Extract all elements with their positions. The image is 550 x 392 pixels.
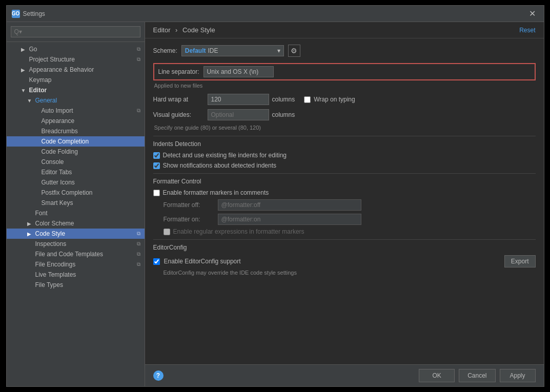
sidebar-item-gutter-icons[interactable]: Gutter Icons: [7, 177, 145, 188]
scheme-dropdown[interactable]: Default IDE ▾: [181, 45, 284, 56]
sidebar-item-label: Editor Tabs: [42, 169, 72, 176]
arrow-icon: ▶: [27, 221, 33, 226]
enable-formatter-label: Enable formatter markers in comments: [163, 189, 269, 196]
visual-guides-units: columns: [272, 111, 295, 118]
regex-row: Enable regular expressions in formatter …: [153, 228, 536, 235]
sidebar-item-appearance[interactable]: Appearance: [7, 116, 145, 126]
line-separator-label: Line separator:: [158, 68, 199, 75]
cancel-button[interactable]: Cancel: [459, 369, 495, 382]
show-notif-label: Show notifications about detected indent…: [163, 162, 276, 169]
editorconfig-enable-checkbox[interactable]: [153, 258, 160, 265]
indents-detection-title: Indents Detection: [153, 140, 536, 148]
sidebar-item-label: Keymap: [29, 76, 52, 84]
settings-dialog: GO Settings ✕ ▶ Go ⧉ Project Structure ⧉: [6, 5, 544, 387]
editorconfig-enable-label: Enable EditorConfig support: [164, 258, 241, 265]
sidebar-item-editor-tabs[interactable]: Editor Tabs: [7, 167, 145, 177]
applied-note: Applied to new files: [153, 82, 536, 89]
export-button[interactable]: Export: [504, 255, 536, 267]
ok-button[interactable]: OK: [419, 369, 455, 382]
sidebar-item-keymap[interactable]: Keymap: [7, 75, 145, 85]
copy-icon: ⧉: [137, 56, 140, 63]
sidebar-item-inspections[interactable]: Inspections ⧉: [7, 239, 145, 249]
divider-1: [153, 136, 536, 136]
app-icon: GO: [12, 10, 20, 18]
sidebar-item-label: Live Templates: [35, 271, 76, 278]
hard-wrap-units: columns: [272, 96, 295, 103]
formatter-on-input[interactable]: [218, 214, 361, 225]
sidebar-item-breadcrumbs[interactable]: Breadcrumbs: [7, 126, 145, 136]
breadcrumb: Editor › Code Style: [153, 26, 215, 34]
sidebar-item-label: Font: [35, 210, 48, 217]
sidebar-item-general[interactable]: ▼ General: [7, 95, 145, 106]
sidebar-item-code-folding[interactable]: Code Folding: [7, 147, 145, 157]
sidebar-item-appearance-behavior[interactable]: ▶ Appearance & Behavior: [7, 65, 145, 75]
visual-guides-row: Visual guides: columns: [153, 109, 536, 120]
hard-wrap-input[interactable]: [208, 94, 269, 105]
formatter-on-row: Formatter on:: [153, 214, 536, 225]
breadcrumb-current: Code Style: [182, 26, 215, 34]
sidebar-item-label: Console: [42, 158, 64, 166]
arrow-icon: ▶: [21, 47, 27, 52]
line-separator-row: Line separator: Unix and OS X (\n) Windo…: [153, 63, 536, 80]
sidebar-item-file-encodings[interactable]: File Encodings ⧉: [7, 259, 145, 270]
scheme-gear-button[interactable]: ⚙: [288, 45, 300, 57]
sidebar-item-file-types[interactable]: File Types: [7, 280, 145, 290]
visual-guides-hint: Specify one guide (80) or several (80, 1…: [153, 125, 536, 131]
sidebar-item-label: Appearance: [42, 117, 75, 125]
enable-formatter-checkbox[interactable]: [153, 190, 160, 196]
apply-button[interactable]: Apply: [500, 369, 536, 382]
nav-tree: ▶ Go ⧉ Project Structure ⧉ ▶ Appearance …: [7, 42, 145, 386]
search-input[interactable]: [11, 26, 140, 37]
sidebar-item-auto-import[interactable]: Auto Import ⧉: [7, 106, 145, 116]
sidebar-item-file-code-templates[interactable]: File and Code Templates ⧉: [7, 249, 145, 259]
sidebar-item-code-style[interactable]: ▶ Code Style ⧉: [7, 229, 145, 239]
main-content-area: ▶ Go ⧉ Project Structure ⧉ ▶ Appearance …: [7, 22, 544, 386]
visual-guides-label: Visual guides:: [153, 111, 205, 118]
sidebar-item-editor[interactable]: ▼ Editor: [7, 85, 145, 95]
help-button[interactable]: ?: [153, 370, 164, 381]
sidebar-item-live-templates[interactable]: Live Templates: [7, 270, 145, 280]
sidebar-item-label: Smart Keys: [42, 199, 73, 207]
reset-button[interactable]: Reset: [519, 27, 535, 34]
enable-formatter-row: Enable formatter markers in comments: [153, 189, 536, 196]
sidebar-item-label: File Types: [35, 281, 63, 288]
detect-indents-row: Detect and use existing file indents for…: [153, 152, 536, 159]
hard-wrap-row: Hard wrap at columns Wrap on typing: [153, 94, 536, 105]
gear-icon: ⚙: [291, 47, 297, 55]
sidebar-item-label: Code Style: [35, 230, 66, 237]
copy-icon: ⧉: [137, 108, 140, 114]
regex-checkbox[interactable]: [164, 229, 170, 235]
show-notif-checkbox[interactable]: [153, 162, 160, 169]
scheme-row: Scheme: Default IDE ▾ ⚙: [153, 45, 536, 57]
scheme-label: Scheme:: [153, 47, 177, 54]
sidebar-item-smart-keys[interactable]: Smart Keys: [7, 198, 145, 208]
close-button[interactable]: ✕: [526, 8, 539, 19]
arrow-icon: ▶: [27, 231, 33, 237]
sidebar-item-console[interactable]: Console: [7, 157, 145, 167]
panel-header: Editor › Code Style Reset: [145, 22, 544, 38]
breadcrumb-separator: ›: [175, 26, 177, 34]
line-separator-select[interactable]: Unix and OS X (\n) Windows (\r\n) Classi…: [203, 66, 274, 77]
sidebar: ▶ Go ⧉ Project Structure ⧉ ▶ Appearance …: [7, 22, 145, 386]
sidebar-item-go[interactable]: ▶ Go ⧉: [7, 44, 145, 54]
sidebar-item-label: Gutter Icons: [42, 179, 75, 186]
detect-indents-label: Detect and use existing file indents for…: [163, 152, 287, 159]
sidebar-item-project-structure[interactable]: Project Structure ⧉: [7, 54, 145, 65]
sidebar-item-label: General: [35, 97, 57, 104]
sidebar-item-label: Go: [29, 46, 37, 53]
regex-label: Enable regular expressions in formatter …: [173, 228, 304, 235]
sidebar-item-font[interactable]: Font: [7, 208, 145, 218]
search-box: [7, 22, 145, 42]
dropdown-arrow-icon: ▾: [277, 47, 280, 54]
sidebar-item-label: Project Structure: [29, 56, 75, 63]
main-panel: Editor › Code Style Reset Scheme: Defaul…: [145, 22, 544, 386]
visual-guides-input[interactable]: [208, 109, 269, 120]
sidebar-item-code-completion[interactable]: Code Completion: [7, 136, 145, 147]
wrap-on-typing-checkbox[interactable]: [304, 96, 311, 103]
divider-2: [153, 173, 536, 174]
editorconfig-title: EditorConfig: [153, 244, 536, 251]
sidebar-item-color-scheme[interactable]: ▶ Color Scheme: [7, 218, 145, 229]
formatter-off-input[interactable]: [218, 199, 361, 211]
detect-indents-checkbox[interactable]: [153, 152, 160, 159]
sidebar-item-postfix-completion[interactable]: Postfix Completion: [7, 188, 145, 198]
